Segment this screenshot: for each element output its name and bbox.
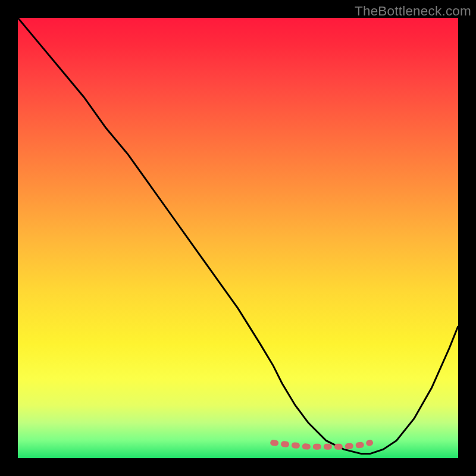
curve-line [18,18,458,454]
floor-highlight-line [273,443,370,447]
chart-container: TheBottleneck.com [0,0,476,476]
watermark-text: TheBottleneck.com [355,4,471,19]
plot-area [18,18,458,458]
chart-svg [18,18,458,458]
